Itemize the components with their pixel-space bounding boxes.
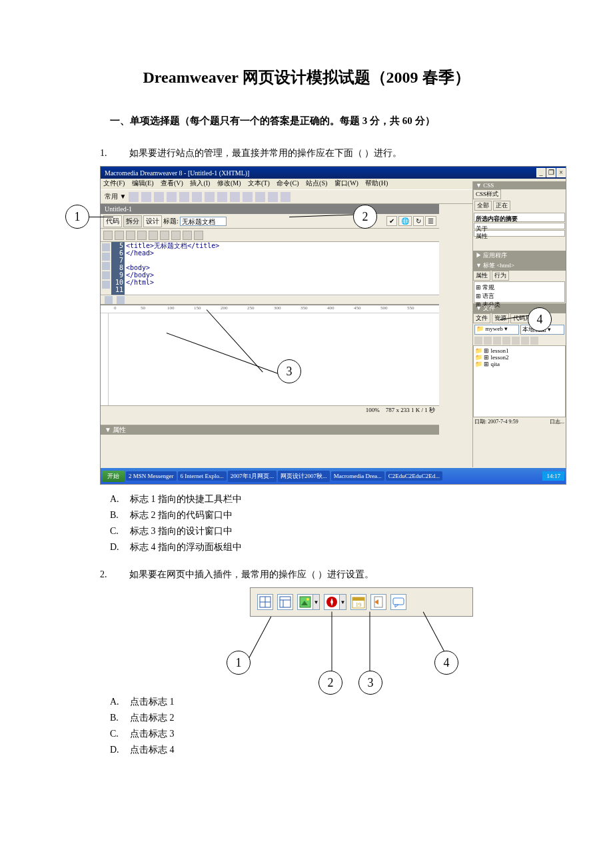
maximize-button[interactable]: ❐ xyxy=(546,168,556,177)
line-numbers: 567891011 xyxy=(111,242,125,295)
table-icon[interactable] xyxy=(257,594,273,610)
css-current-tab[interactable]: 正在 xyxy=(493,201,510,211)
folder-lesson1[interactable]: ⊞ lesson1 xyxy=(475,347,564,354)
save-icon[interactable] xyxy=(126,231,135,240)
split-icon[interactable] xyxy=(117,296,125,304)
checkin-icon[interactable] xyxy=(521,337,529,345)
code-tool-icon[interactable] xyxy=(102,253,110,261)
media-icon[interactable] xyxy=(324,594,340,610)
cut-icon[interactable] xyxy=(149,231,158,240)
design-pane[interactable]: 050100150200250300350400450500550 100% 7… xyxy=(101,305,439,415)
server-include-icon[interactable] xyxy=(230,192,240,202)
email-link-icon[interactable] xyxy=(141,192,151,202)
code-tool-icon[interactable] xyxy=(102,262,110,270)
menu-help[interactable]: 帮助(H) xyxy=(365,179,388,187)
table-icon[interactable] xyxy=(167,192,177,202)
properties-header[interactable]: ▼ 属性 xyxy=(101,425,439,435)
validate-icon[interactable]: ✔ xyxy=(386,216,397,226)
properties-panel[interactable]: ▼ 属性 xyxy=(101,425,439,467)
minimize-button[interactable]: _ xyxy=(536,168,546,177)
date-icon[interactable]: 19 xyxy=(350,594,366,610)
browser-preview-icon[interactable]: 🌐 xyxy=(398,216,412,226)
code-tool-icon[interactable] xyxy=(102,271,110,279)
q2-option-a: A.点击标志 1 xyxy=(110,694,550,710)
comment-icon[interactable] xyxy=(243,192,253,202)
date-icon[interactable] xyxy=(217,192,227,202)
taskbar-item[interactable]: 2007年1月网页... xyxy=(228,471,277,482)
view-options-icon[interactable]: ☰ xyxy=(425,216,436,226)
put-icon[interactable] xyxy=(502,337,510,345)
taskbar-item[interactable]: C2EduC2EduC2Ed... xyxy=(386,471,442,481)
files-panel-header[interactable]: ▼ 文件 xyxy=(473,303,566,313)
taskbar-item[interactable]: Macromedia Drea... xyxy=(331,471,384,481)
code-tool-icon[interactable] xyxy=(102,281,110,289)
media-dropdown[interactable]: ▼ xyxy=(340,594,346,610)
menu-modify[interactable]: 修改(M) xyxy=(217,179,241,187)
start-button[interactable]: 开始 xyxy=(102,471,125,482)
expand-icon[interactable] xyxy=(530,337,538,345)
open-icon[interactable] xyxy=(115,231,124,240)
new-icon[interactable] xyxy=(103,231,113,240)
image-icon[interactable] xyxy=(192,192,202,202)
code-pane[interactable]: 567891011 <title>无标题文档</title> </head> <… xyxy=(101,242,439,295)
document-tab[interactable]: Untitled-1 xyxy=(101,204,439,214)
menu-window[interactable]: 窗口(W) xyxy=(334,179,358,187)
menu-site[interactable]: 站点(S) xyxy=(306,179,327,187)
menu-file[interactable]: 文件(F) xyxy=(103,179,125,187)
layout-icon[interactable] xyxy=(277,594,293,610)
menu-insert[interactable]: 插入(I) xyxy=(190,179,210,187)
anchor-icon[interactable] xyxy=(154,192,164,202)
files-log[interactable]: 日志... xyxy=(550,418,564,425)
comment-icon[interactable] xyxy=(390,594,406,610)
files-tab[interactable]: 文件 xyxy=(473,313,490,323)
system-tray[interactable]: 14:17 xyxy=(542,471,564,481)
css-styles-tab[interactable]: CSS样式 xyxy=(473,189,501,199)
folder-qita[interactable]: ⊞ qita xyxy=(475,361,564,367)
split-icon[interactable] xyxy=(105,296,113,304)
script-icon[interactable] xyxy=(268,192,278,202)
redo-icon[interactable] xyxy=(194,231,203,240)
taskbar-item[interactable]: 6 Internet Explo... xyxy=(178,471,227,481)
head-icon[interactable] xyxy=(255,192,265,202)
menu-view[interactable]: 查看(V) xyxy=(161,179,183,187)
taskbar-item[interactable]: 网页设计2007秋... xyxy=(278,471,330,482)
css-all-tab[interactable]: 全部 xyxy=(474,201,492,211)
insertbar-category[interactable]: 常用 ▼ xyxy=(105,192,126,201)
paste-icon[interactable] xyxy=(171,231,181,240)
copy-icon[interactable] xyxy=(160,231,169,240)
behavior-tab[interactable]: 行为 xyxy=(492,271,509,281)
app-panel-header[interactable]: ▶ 应用程序 xyxy=(473,251,566,261)
taskbar-item[interactable]: 2 MSN Messenger xyxy=(126,471,177,481)
code-tool-icon[interactable] xyxy=(102,243,110,251)
undo-icon[interactable] xyxy=(183,231,192,240)
folder-lesson2[interactable]: ⊞ lesson2 xyxy=(475,354,564,361)
media-icon[interactable] xyxy=(205,192,215,202)
hyperlink-icon[interactable] xyxy=(129,192,139,202)
get-icon[interactable] xyxy=(493,337,501,345)
templates-icon[interactable] xyxy=(281,192,291,202)
zoom-value[interactable]: 100% xyxy=(366,407,380,413)
title-input[interactable]: 无标题文档 xyxy=(180,217,227,226)
attr-tab[interactable]: 属性 xyxy=(473,271,490,281)
image-icon[interactable] xyxy=(297,594,313,610)
include-icon[interactable] xyxy=(370,594,386,610)
tag-panel-header[interactable]: ▼ 标签 <html> xyxy=(473,261,566,271)
checkout-icon[interactable] xyxy=(512,337,520,345)
file-tree[interactable]: ⊞ lesson1 ⊞ lesson2 ⊞ qita xyxy=(473,345,566,417)
tag-tree[interactable]: ⊞ 常规 ⊞ 语言 ⊞ 未分类 xyxy=(474,281,565,303)
code-text[interactable]: <title>无标题文档</title> </head> <body> </bo… xyxy=(126,242,439,286)
saveall-icon[interactable] xyxy=(137,231,147,240)
site-select[interactable]: 📁 myweb ▾ xyxy=(474,325,519,335)
image-dropdown[interactable]: ▼ xyxy=(313,594,320,610)
menu-command[interactable]: 命令(C) xyxy=(277,179,299,187)
refresh-files-icon[interactable] xyxy=(484,337,492,345)
div-icon[interactable] xyxy=(179,192,189,202)
connect-icon[interactable] xyxy=(474,337,482,345)
split-view-button[interactable]: 拆分 xyxy=(123,215,142,227)
css-panel-header[interactable]: ▼ CSS xyxy=(473,181,566,189)
menu-text[interactable]: 文本(T) xyxy=(248,179,270,187)
refresh-icon[interactable]: ↻ xyxy=(413,216,424,226)
menu-edit[interactable]: 编辑(E) xyxy=(132,179,154,187)
close-button[interactable]: × xyxy=(556,168,566,177)
design-view-button[interactable]: 设计 xyxy=(143,215,162,227)
